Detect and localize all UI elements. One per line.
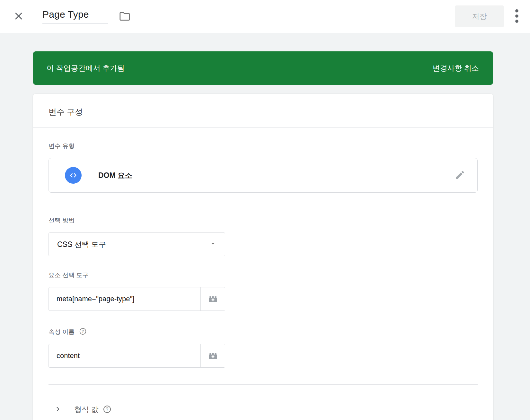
help-circle-icon: ? [79,328,87,336]
element-selector-group [49,287,225,311]
topbar-actions: 저장 [455,0,530,33]
variable-type-row[interactable]: DOM 요소 [49,158,478,193]
folder-icon [118,10,131,23]
folder-button[interactable] [117,9,131,23]
variable-name-field[interactable]: Page Type [42,9,108,24]
section-divider [49,384,478,385]
chevron-right-icon [54,406,61,414]
close-button[interactable] [12,9,26,23]
variable-type-label: 변수 유형 [49,142,478,150]
pencil-icon [455,170,465,181]
element-selector-label: 요소 선택 도구 [49,271,478,279]
main-content: 이 작업공간에서 추가됨 변경사항 취소 변수 구성 변수 유형 DOM 요소 [33,51,493,420]
kebab-menu-button[interactable] [508,5,526,27]
save-button[interactable]: 저장 [455,5,504,27]
attribute-name-help-button[interactable]: ? [79,328,87,336]
chevron-down-icon [209,240,216,249]
code-brackets-icon [65,167,82,184]
attribute-name-input[interactable] [49,344,200,367]
svg-text:?: ? [82,329,84,334]
variable-type-label-text: 변수 유형 [49,142,75,150]
lego-brick-plus-icon [208,293,218,305]
card-header: 변수 구성 [33,94,493,128]
format-value-help-button[interactable]: ? [103,405,111,415]
element-selector-label-text: 요소 선택 도구 [49,271,89,279]
page-title[interactable]: Page Type [42,9,108,24]
variable-type-value: DOM 요소 [98,171,132,180]
discard-changes-button[interactable]: 변경사항 취소 [431,60,480,76]
lego-brick-plus-icon [208,350,218,362]
close-icon [13,10,24,23]
card-body: 변수 유형 DOM 요소 선택 방법 CSS 선택 도구 [33,128,493,420]
card-title: 변수 구성 [49,107,478,117]
format-value-label: 형식 값 [74,405,98,415]
element-selector-variable-picker-button[interactable] [200,287,225,311]
format-value-row[interactable]: 형식 값 ? [49,402,478,420]
edit-variable-type-button[interactable] [451,166,469,184]
help-circle-icon: ? [103,405,111,415]
workspace-change-banner: 이 작업공간에서 추가됨 변경사항 취소 [33,51,493,85]
banner-message: 이 작업공간에서 추가됨 [47,63,125,73]
attribute-name-group [49,344,225,368]
selection-method-value: CSS 선택 도구 [57,240,106,249]
variable-config-card: 변수 구성 변수 유형 DOM 요소 선택 방법 [33,94,493,420]
attribute-name-variable-picker-button[interactable] [200,344,225,367]
top-bar: Page Type 저장 [0,0,530,33]
attribute-name-label: 속성 이름 ? [49,328,478,336]
kebab-menu-icon [515,9,519,24]
svg-text:?: ? [106,407,109,412]
selection-method-label: 선택 방법 [49,216,478,225]
selection-method-label-text: 선택 방법 [49,216,75,225]
element-selector-input[interactable] [49,287,200,311]
attribute-name-label-text: 속성 이름 [49,328,75,336]
selection-method-dropdown[interactable]: CSS 선택 도구 [49,232,225,256]
